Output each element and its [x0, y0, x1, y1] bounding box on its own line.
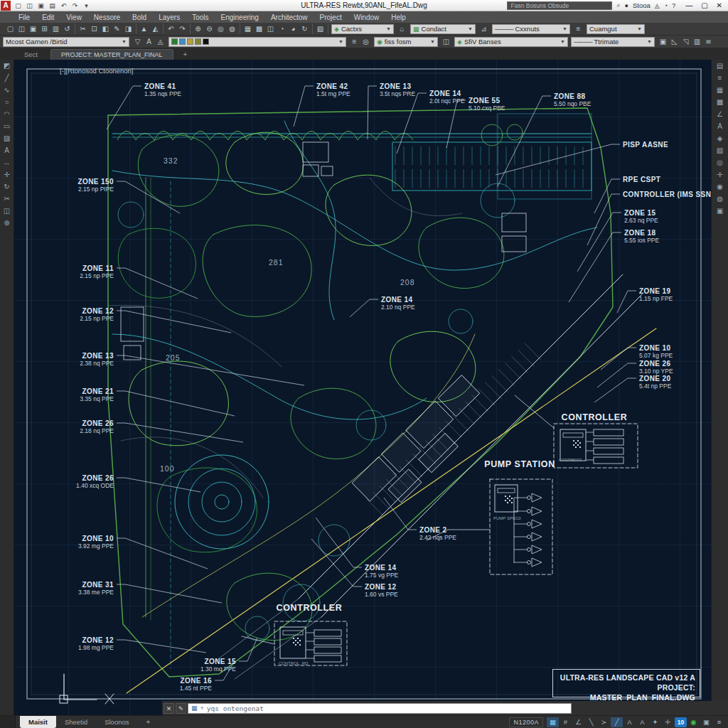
quick-access-icon[interactable]: ▢	[14, 2, 23, 9]
isodraft-toggle[interactable]: ≻	[598, 717, 610, 727]
menu-engineering[interactable]: Engineering	[221, 14, 259, 21]
hardware-accel-toggle[interactable]: ◉	[687, 717, 700, 727]
coordinates-readout[interactable]: N1200A	[509, 717, 543, 727]
toolbar-icon[interactable]: ◕	[288, 23, 299, 34]
grid-toggle[interactable]: ▦	[547, 717, 559, 727]
menu-bold[interactable]: Bold	[132, 14, 146, 21]
toolbar-icon[interactable]: ▦	[242, 23, 253, 34]
hatch-icon[interactable]: ▨	[0, 132, 14, 144]
views-icon[interactable]: ◎	[712, 156, 728, 168]
zoom-icon[interactable]: ⊕	[0, 217, 14, 229]
menu-help[interactable]: Help	[391, 14, 406, 21]
toolbar-icon[interactable]: ◬	[155, 36, 166, 47]
app-logo[interactable]: A	[1, 1, 11, 11]
toolbar-icon[interactable]: ✎	[112, 23, 122, 34]
condact-dropdown[interactable]: ▩ Condact▼	[410, 24, 476, 34]
toolbar-icon[interactable]: ↷	[177, 23, 188, 34]
menu-layers[interactable]: Layers	[159, 14, 180, 21]
layer-dropdown[interactable]: Mcost Garnen /Birtid▼	[3, 37, 129, 47]
toolbar-icon[interactable]: ◎	[360, 36, 371, 47]
quick-access-icon[interactable]: ◫	[25, 2, 34, 9]
toolbar-icon[interactable]: ⊞	[39, 23, 50, 34]
palettes-icon[interactable]: ▩	[712, 96, 728, 108]
style-dropdown[interactable]: ◉ fiss fosm▼	[374, 37, 438, 47]
lineweight-icon[interactable]: ≡	[573, 23, 584, 34]
crosshair-toggle[interactable]: ✛	[662, 717, 674, 727]
layers-panel-icon[interactable]: ≡	[712, 72, 728, 84]
properties-panel-icon[interactable]: ▤	[712, 60, 728, 72]
menu-edit[interactable]: Edit	[42, 14, 54, 21]
rectangle-icon[interactable]: ▭	[0, 120, 14, 132]
annotation-scale-badge[interactable]: 10	[675, 717, 687, 727]
sheet-set-icon[interactable]: ▧	[712, 144, 728, 156]
command-input[interactable]: ▦ + yqs ontengenat	[188, 703, 572, 714]
cactxs-dropdown[interactable]: ◈ Cactxs▼	[331, 24, 394, 34]
toolbar-icon[interactable]: ◭	[150, 23, 161, 34]
minimize-button[interactable]: —	[685, 1, 692, 9]
constraints-icon[interactable]: ◈	[712, 132, 728, 144]
autoscale-toggle[interactable]: A	[636, 717, 648, 727]
help-search-input[interactable]	[507, 1, 612, 10]
annotate-icon[interactable]: A	[712, 120, 728, 132]
menu-project[interactable]: Project	[320, 14, 342, 21]
toolbar-icon[interactable]: ◔	[277, 23, 287, 34]
color-chip[interactable]	[195, 38, 201, 45]
filter-icon[interactable]: ◫	[441, 36, 451, 47]
shiv-dropdown[interactable]: ◈ SfiV Banses▼	[454, 37, 568, 47]
cloud-icon[interactable]: ◔	[664, 2, 668, 9]
circle-icon[interactable]: ○	[0, 96, 14, 108]
rotate-icon[interactable]: ↻	[0, 181, 14, 193]
line-icon[interactable]: ╱	[0, 72, 14, 84]
toolbar-icon[interactable]: ◍	[227, 23, 237, 34]
linetype2-dropdown[interactable]: ——— Ttrimate▼	[571, 37, 655, 47]
toolbar-icon[interactable]: ▣	[658, 36, 668, 47]
color-chip[interactable]	[187, 38, 193, 45]
navigate-icon[interactable]: ◉	[712, 181, 728, 193]
viewport-label[interactable]: [-][Rtonosod Ctoonenon]	[60, 67, 134, 75]
quick-access-icon[interactable]: ▣	[36, 2, 46, 9]
erase-icon[interactable]: ◫	[0, 205, 14, 217]
toolbar-icon[interactable]: ↺	[62, 23, 73, 34]
new-layout-button[interactable]: +	[138, 716, 159, 728]
help-icon[interactable]: ?	[672, 2, 675, 9]
toolbar-icon[interactable]: ↶	[166, 23, 176, 34]
match-icon[interactable]: ⊿	[478, 23, 489, 34]
toolbar-icon[interactable]: ⊕	[193, 23, 203, 34]
menu-tools[interactable]: Tools	[192, 14, 208, 21]
dimension-icon[interactable]: ↔	[0, 156, 14, 168]
toolbar-icon[interactable]: ◨	[123, 23, 134, 34]
linetype-dropdown[interactable]: ——— Cxxnuts▼	[492, 24, 570, 34]
toolbar-icon[interactable]: ▲	[139, 23, 149, 34]
toolbar-icon[interactable]: ↻	[299, 23, 310, 34]
color-chip[interactable]	[179, 38, 186, 45]
share-icon[interactable]: ◬	[655, 2, 660, 9]
toolbar-icon[interactable]: ▽	[132, 36, 143, 47]
quick-access-icon[interactable]: ▾	[82, 2, 91, 9]
toolbar-icon[interactable]: ▥	[692, 36, 702, 47]
arc-icon[interactable]: ◠	[0, 108, 14, 120]
toolbar-icon[interactable]: ▩	[254, 23, 264, 34]
otrack-toggle[interactable]: ╲	[585, 717, 597, 727]
drawing-viewport[interactable]: [-][Rtonosod Ctoonenon] ZONE 411.35 nqs …	[14, 60, 711, 715]
toolbar-icon[interactable]: ◫	[16, 23, 27, 34]
command-tool-button[interactable]: ✎	[176, 703, 186, 714]
toolbar-icon[interactable]: ≌	[703, 36, 714, 47]
polyline-icon[interactable]: ∿	[0, 84, 14, 96]
layout-tab-sheetid[interactable]: Sheetid	[56, 716, 96, 728]
tab-drawing-active[interactable]: PROJECT: MASTER_PLAN_FINAL	[50, 49, 173, 60]
toolbar-icon[interactable]: ≡	[349, 36, 360, 47]
move-icon[interactable]: ✛	[0, 168, 14, 181]
color-chip[interactable]	[203, 38, 209, 45]
toolbar-icon[interactable]: ⊖	[204, 23, 215, 34]
layout-tab-sloonos[interactable]: Sloonos	[96, 716, 137, 728]
measure-icon[interactable]: ∠	[712, 108, 728, 120]
clean-screen-toggle[interactable]: ▣	[700, 717, 712, 727]
polar-toggle[interactable]: ∠	[572, 717, 584, 727]
toolbar-icon[interactable]: ✂	[77, 23, 88, 34]
toolbar-icon[interactable]: A	[144, 36, 154, 47]
toolbar-icon[interactable]: ◎	[215, 23, 226, 34]
trim-icon[interactable]: ✂	[0, 193, 14, 205]
tool-panel-icon[interactable]: ▣	[712, 205, 728, 217]
select-icon[interactable]: ◩	[0, 60, 14, 72]
close-button[interactable]: ✕	[717, 1, 722, 9]
